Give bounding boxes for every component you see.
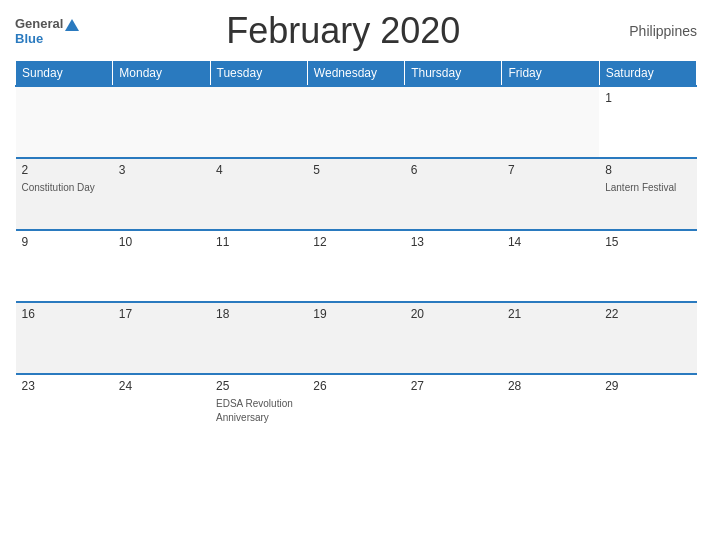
day-number: 17 <box>119 307 204 321</box>
table-row: 7 <box>502 158 599 230</box>
day-number: 22 <box>605 307 690 321</box>
table-row <box>210 86 307 158</box>
calendar-week-row: 1 <box>16 86 697 158</box>
logo-general: General <box>15 16 79 31</box>
day-number: 7 <box>508 163 593 177</box>
table-row: 2Constitution Day <box>16 158 113 230</box>
day-number: 8 <box>605 163 690 177</box>
table-row: 18 <box>210 302 307 374</box>
day-number: 12 <box>313 235 398 249</box>
table-row: 19 <box>307 302 404 374</box>
table-row: 4 <box>210 158 307 230</box>
logo-text: General Blue <box>15 16 79 46</box>
table-row: 12 <box>307 230 404 302</box>
table-row: 26 <box>307 374 404 446</box>
header-sunday: Sunday <box>16 61 113 87</box>
table-row: 23 <box>16 374 113 446</box>
table-row: 6 <box>405 158 502 230</box>
day-number: 14 <box>508 235 593 249</box>
table-row <box>16 86 113 158</box>
day-number: 11 <box>216 235 301 249</box>
logo-triangle-icon <box>65 19 79 31</box>
header-friday: Friday <box>502 61 599 87</box>
table-row: 24 <box>113 374 210 446</box>
weekday-header-row: Sunday Monday Tuesday Wednesday Thursday… <box>16 61 697 87</box>
table-row: 3 <box>113 158 210 230</box>
table-row: 13 <box>405 230 502 302</box>
day-number: 27 <box>411 379 496 393</box>
calendar-grid: Sunday Monday Tuesday Wednesday Thursday… <box>15 60 697 446</box>
table-row <box>502 86 599 158</box>
day-number: 13 <box>411 235 496 249</box>
table-row: 17 <box>113 302 210 374</box>
logo: General Blue <box>15 16 79 46</box>
day-event: Lantern Festival <box>605 182 676 193</box>
day-number: 3 <box>119 163 204 177</box>
table-row: 1 <box>599 86 696 158</box>
calendar-week-row: 2Constitution Day345678Lantern Festival <box>16 158 697 230</box>
table-row: 5 <box>307 158 404 230</box>
day-number: 1 <box>605 91 690 105</box>
day-event: Constitution Day <box>22 182 95 193</box>
table-row: 14 <box>502 230 599 302</box>
table-row: 15 <box>599 230 696 302</box>
day-number: 15 <box>605 235 690 249</box>
table-row: 21 <box>502 302 599 374</box>
day-number: 20 <box>411 307 496 321</box>
table-row: 25EDSA Revolution Anniversary <box>210 374 307 446</box>
day-number: 4 <box>216 163 301 177</box>
day-number: 28 <box>508 379 593 393</box>
day-number: 24 <box>119 379 204 393</box>
table-row: 8Lantern Festival <box>599 158 696 230</box>
day-number: 21 <box>508 307 593 321</box>
day-number: 19 <box>313 307 398 321</box>
day-number: 9 <box>22 235 107 249</box>
day-number: 26 <box>313 379 398 393</box>
header-saturday: Saturday <box>599 61 696 87</box>
day-event: EDSA Revolution Anniversary <box>216 398 293 423</box>
day-number: 18 <box>216 307 301 321</box>
day-number: 25 <box>216 379 301 393</box>
logo-blue: Blue <box>15 31 79 46</box>
table-row: 22 <box>599 302 696 374</box>
calendar-week-row: 16171819202122 <box>16 302 697 374</box>
day-number: 2 <box>22 163 107 177</box>
table-row: 9 <box>16 230 113 302</box>
table-row: 20 <box>405 302 502 374</box>
day-number: 6 <box>411 163 496 177</box>
table-row <box>113 86 210 158</box>
day-number: 29 <box>605 379 690 393</box>
header-wednesday: Wednesday <box>307 61 404 87</box>
country-label: Philippines <box>607 23 697 39</box>
calendar-week-row: 9101112131415 <box>16 230 697 302</box>
table-row: 29 <box>599 374 696 446</box>
day-number: 16 <box>22 307 107 321</box>
calendar-title: February 2020 <box>79 10 607 52</box>
calendar-week-row: 232425EDSA Revolution Anniversary2627282… <box>16 374 697 446</box>
header-thursday: Thursday <box>405 61 502 87</box>
day-number: 5 <box>313 163 398 177</box>
day-number: 23 <box>22 379 107 393</box>
calendar-container: General Blue February 2020 Philippines S… <box>0 0 712 550</box>
table-row: 11 <box>210 230 307 302</box>
day-number: 10 <box>119 235 204 249</box>
table-row <box>405 86 502 158</box>
table-row: 10 <box>113 230 210 302</box>
table-row: 16 <box>16 302 113 374</box>
header-tuesday: Tuesday <box>210 61 307 87</box>
table-row <box>307 86 404 158</box>
calendar-header: General Blue February 2020 Philippines <box>15 10 697 52</box>
header-monday: Monday <box>113 61 210 87</box>
table-row: 28 <box>502 374 599 446</box>
table-row: 27 <box>405 374 502 446</box>
